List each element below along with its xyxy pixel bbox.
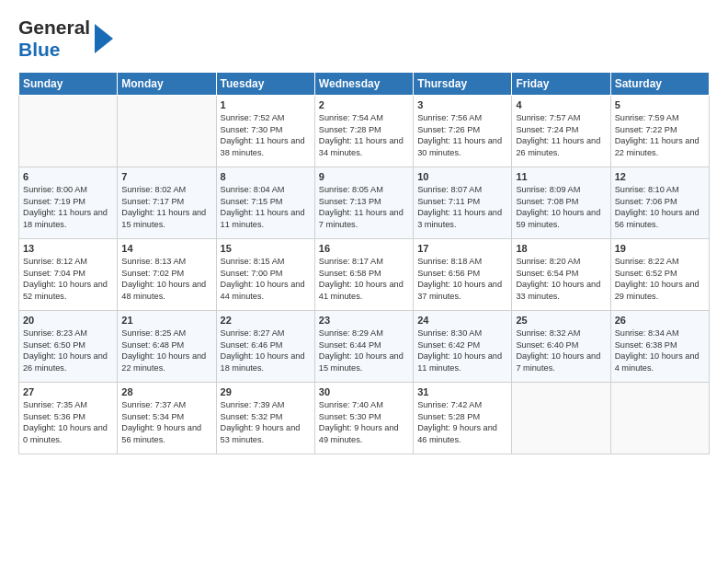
- calendar-cell: 26Sunrise: 8:34 AMSunset: 6:38 PMDayligh…: [610, 311, 709, 383]
- cell-content: Sunrise: 7:56 AMSunset: 7:26 PMDaylight:…: [417, 112, 507, 158]
- weekday-header: Tuesday: [216, 73, 314, 96]
- cell-content: Sunrise: 8:30 AMSunset: 6:42 PMDaylight:…: [417, 327, 507, 373]
- day-number: 20: [23, 315, 113, 326]
- day-number: 30: [319, 386, 409, 397]
- day-number: 16: [319, 243, 409, 254]
- cell-content: Sunrise: 7:57 AMSunset: 7:24 PMDaylight:…: [516, 112, 606, 158]
- logo-arrow-icon: [95, 24, 113, 53]
- day-number: 28: [121, 386, 211, 397]
- calendar-cell: 29Sunrise: 7:39 AMSunset: 5:32 PMDayligh…: [216, 383, 314, 454]
- cell-content: Sunrise: 8:12 AMSunset: 7:04 PMDaylight:…: [23, 256, 113, 302]
- cell-content: Sunrise: 7:35 AMSunset: 5:36 PMDaylight:…: [23, 399, 113, 445]
- day-number: 14: [121, 243, 211, 254]
- day-number: 9: [319, 171, 409, 182]
- weekday-header: Monday: [118, 73, 216, 96]
- day-number: 17: [417, 243, 507, 254]
- calendar-cell: 15Sunrise: 8:15 AMSunset: 7:00 PMDayligh…: [216, 239, 314, 311]
- day-number: 5: [615, 99, 705, 110]
- cell-content: Sunrise: 8:04 AMSunset: 7:15 PMDaylight:…: [221, 184, 311, 230]
- cell-content: Sunrise: 7:42 AMSunset: 5:28 PMDaylight:…: [417, 399, 507, 445]
- day-number: 22: [221, 315, 311, 326]
- cell-content: Sunrise: 7:39 AMSunset: 5:32 PMDaylight:…: [221, 399, 311, 445]
- cell-content: Sunrise: 8:00 AMSunset: 7:19 PMDaylight:…: [23, 184, 113, 230]
- cell-content: Sunrise: 8:15 AMSunset: 7:00 PMDaylight:…: [221, 256, 311, 302]
- weekday-header: Friday: [512, 73, 610, 96]
- day-number: 11: [516, 171, 606, 182]
- cell-content: Sunrise: 8:18 AMSunset: 6:56 PMDaylight:…: [417, 256, 507, 302]
- header: General Blue: [18, 17, 710, 61]
- calendar-table: SundayMondayTuesdayWednesdayThursdayFrid…: [18, 72, 710, 454]
- day-number: 31: [417, 386, 507, 397]
- cell-content: Sunrise: 8:25 AMSunset: 6:48 PMDaylight:…: [121, 327, 211, 373]
- calendar-cell: 10Sunrise: 8:07 AMSunset: 7:11 PMDayligh…: [414, 167, 512, 239]
- cell-content: Sunrise: 8:10 AMSunset: 7:06 PMDaylight:…: [615, 184, 705, 230]
- day-number: 8: [221, 171, 311, 182]
- calendar-cell: 18Sunrise: 8:20 AMSunset: 6:54 PMDayligh…: [512, 239, 610, 311]
- calendar-row: 20Sunrise: 8:23 AMSunset: 6:50 PMDayligh…: [19, 311, 710, 383]
- calendar-row: 1Sunrise: 7:52 AMSunset: 7:30 PMDaylight…: [19, 96, 710, 167]
- day-number: 23: [319, 315, 409, 326]
- cell-content: Sunrise: 8:13 AMSunset: 7:02 PMDaylight:…: [121, 256, 211, 302]
- cell-content: Sunrise: 8:20 AMSunset: 6:54 PMDaylight:…: [516, 256, 606, 302]
- day-number: 19: [615, 243, 705, 254]
- calendar-cell: 19Sunrise: 8:22 AMSunset: 6:52 PMDayligh…: [610, 239, 709, 311]
- cell-content: Sunrise: 8:22 AMSunset: 6:52 PMDaylight:…: [615, 256, 705, 302]
- weekday-header: Saturday: [610, 73, 709, 96]
- weekday-header: Sunday: [19, 73, 118, 96]
- cell-content: Sunrise: 8:07 AMSunset: 7:11 PMDaylight:…: [417, 184, 507, 230]
- calendar-cell: 6Sunrise: 8:00 AMSunset: 7:19 PMDaylight…: [19, 167, 118, 239]
- calendar-cell: 17Sunrise: 8:18 AMSunset: 6:56 PMDayligh…: [414, 239, 512, 311]
- day-number: 18: [516, 243, 606, 254]
- day-number: 4: [516, 99, 606, 110]
- calendar-cell: 25Sunrise: 8:32 AMSunset: 6:40 PMDayligh…: [512, 311, 610, 383]
- header-row: SundayMondayTuesdayWednesdayThursdayFrid…: [19, 73, 710, 96]
- calendar-cell: 13Sunrise: 8:12 AMSunset: 7:04 PMDayligh…: [19, 239, 118, 311]
- logo-general: General: [18, 17, 90, 39]
- calendar-cell: 16Sunrise: 8:17 AMSunset: 6:58 PMDayligh…: [314, 239, 413, 311]
- weekday-header: Wednesday: [314, 73, 413, 96]
- calendar-cell: 21Sunrise: 8:25 AMSunset: 6:48 PMDayligh…: [118, 311, 216, 383]
- day-number: 29: [221, 386, 311, 397]
- day-number: 12: [615, 171, 705, 182]
- logo-blue: Blue: [18, 39, 90, 61]
- day-number: 21: [121, 315, 211, 326]
- cell-content: Sunrise: 8:29 AMSunset: 6:44 PMDaylight:…: [319, 327, 409, 373]
- calendar-cell: 2Sunrise: 7:54 AMSunset: 7:28 PMDaylight…: [314, 96, 413, 167]
- calendar-cell: 7Sunrise: 8:02 AMSunset: 7:17 PMDaylight…: [118, 167, 216, 239]
- calendar-row: 6Sunrise: 8:00 AMSunset: 7:19 PMDaylight…: [19, 167, 710, 239]
- calendar-cell: 14Sunrise: 8:13 AMSunset: 7:02 PMDayligh…: [118, 239, 216, 311]
- cell-content: Sunrise: 8:17 AMSunset: 6:58 PMDaylight:…: [319, 256, 409, 302]
- calendar-row: 13Sunrise: 8:12 AMSunset: 7:04 PMDayligh…: [19, 239, 710, 311]
- calendar-cell: 12Sunrise: 8:10 AMSunset: 7:06 PMDayligh…: [610, 167, 709, 239]
- calendar-cell: [19, 96, 118, 167]
- day-number: 15: [221, 243, 311, 254]
- cell-content: Sunrise: 8:32 AMSunset: 6:40 PMDaylight:…: [516, 327, 606, 373]
- day-number: 7: [121, 171, 211, 182]
- calendar-cell: 31Sunrise: 7:42 AMSunset: 5:28 PMDayligh…: [414, 383, 512, 454]
- calendar-cell: 9Sunrise: 8:05 AMSunset: 7:13 PMDaylight…: [314, 167, 413, 239]
- day-number: 6: [23, 171, 113, 182]
- cell-content: Sunrise: 8:09 AMSunset: 7:08 PMDaylight:…: [516, 184, 606, 230]
- day-number: 26: [615, 315, 705, 326]
- cell-content: Sunrise: 8:05 AMSunset: 7:13 PMDaylight:…: [319, 184, 409, 230]
- calendar-cell: 30Sunrise: 7:40 AMSunset: 5:30 PMDayligh…: [314, 383, 413, 454]
- calendar-cell: [610, 383, 709, 454]
- cell-content: Sunrise: 8:02 AMSunset: 7:17 PMDaylight:…: [121, 184, 211, 230]
- day-number: 13: [23, 243, 113, 254]
- day-number: 3: [417, 99, 507, 110]
- page: General Blue SundayMondayTuesdayWednesda…: [0, 0, 728, 464]
- day-number: 27: [23, 386, 113, 397]
- cell-content: Sunrise: 8:27 AMSunset: 6:46 PMDaylight:…: [221, 327, 311, 373]
- day-number: 1: [221, 99, 311, 110]
- cell-content: Sunrise: 7:54 AMSunset: 7:28 PMDaylight:…: [319, 112, 409, 158]
- calendar-cell: 22Sunrise: 8:27 AMSunset: 6:46 PMDayligh…: [216, 311, 314, 383]
- cell-content: Sunrise: 7:52 AMSunset: 7:30 PMDaylight:…: [221, 112, 311, 158]
- calendar-row: 27Sunrise: 7:35 AMSunset: 5:36 PMDayligh…: [19, 383, 710, 454]
- weekday-header: Thursday: [414, 73, 512, 96]
- calendar-cell: 4Sunrise: 7:57 AMSunset: 7:24 PMDaylight…: [512, 96, 610, 167]
- calendar-cell: 8Sunrise: 8:04 AMSunset: 7:15 PMDaylight…: [216, 167, 314, 239]
- cell-content: Sunrise: 8:23 AMSunset: 6:50 PMDaylight:…: [23, 327, 113, 373]
- calendar-cell: [512, 383, 610, 454]
- logo: General Blue: [18, 17, 113, 61]
- calendar-cell: 3Sunrise: 7:56 AMSunset: 7:26 PMDaylight…: [414, 96, 512, 167]
